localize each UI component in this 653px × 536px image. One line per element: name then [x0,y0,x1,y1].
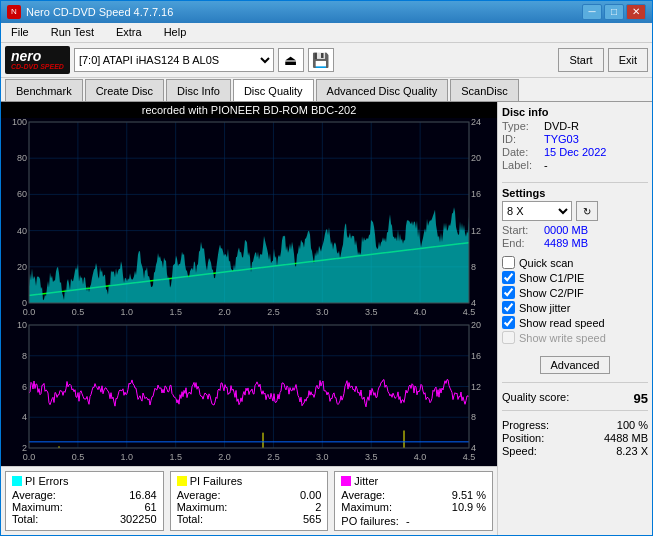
show-jitter-checkbox[interactable] [502,301,515,314]
disc-label-key: Label: [502,159,540,171]
save-icon-button[interactable]: 💾 [308,48,334,72]
show-c1-pie-checkbox[interactable] [502,271,515,284]
disc-label-val: - [544,159,548,171]
pi-failures-color [177,476,187,486]
pi-failures-total-row: Total: 565 [177,513,322,525]
show-jitter-label: Show jitter [519,302,570,314]
progress-key: Progress: [502,419,549,431]
pi-failures-avg-key: Average: [177,489,221,501]
charts-area: recorded with PIONEER BD-ROM BDC-202 PI … [1,102,497,535]
pi-errors-max-val: 61 [144,501,156,513]
po-failures-label: PO failures: [341,515,398,527]
start-mb-row: Start: 0000 MB [502,224,648,236]
pi-errors-max-key: Maximum: [12,501,63,513]
menu-file[interactable]: File [5,24,35,40]
settings-section: Settings 8 X ↻ Start: 0000 MB End: 4489 … [502,187,648,250]
pi-errors-stat-box: PI Errors Average: 16.84 Maximum: 61 Tot… [5,471,164,531]
pi-errors-avg-key: Average: [12,489,56,501]
pi-errors-max-row: Maximum: 61 [12,501,157,513]
menu-extra[interactable]: Extra [110,24,148,40]
tab-disc-info[interactable]: Disc Info [166,79,231,101]
show-c2-pif-checkbox[interactable] [502,286,515,299]
show-c2-pif-row: Show C2/PIF [502,286,648,299]
speed-val: 8.23 X [616,445,648,457]
position-row: Position: 4488 MB [502,432,648,444]
right-panel: Disc info Type: DVD-R ID: TYG03 Date: 15… [497,102,652,535]
end-mb-row: End: 4489 MB [502,237,648,249]
maximize-button[interactable]: □ [604,4,624,20]
show-c1-pie-label: Show C1/PIE [519,272,584,284]
pi-errors-label: PI Errors [25,475,68,487]
pi-failures-total-key: Total: [177,513,203,525]
toolbar: nero CD-DVD SPEED [7:0] ATAPI iHAS124 B … [1,43,652,79]
quality-score-label: Quality score: [502,391,569,406]
checkboxes-section: Quick scan Show C1/PIE Show C2/PIF Show … [502,256,648,346]
show-write-speed-label: Show write speed [519,332,606,344]
quality-score-row: Quality score: 95 [502,391,648,406]
pi-failures-label: PI Failures [190,475,243,487]
quick-scan-label: Quick scan [519,257,573,269]
jitter-max-row: Maximum: 10.9 % [341,501,486,513]
disc-type-key: Type: [502,120,540,132]
pi-failures-max-val: 2 [315,501,321,513]
disc-type-row: Type: DVD-R [502,120,648,132]
chart-title: recorded with PIONEER BD-ROM BDC-202 [1,102,497,118]
disc-date-val: 15 Dec 2022 [544,146,606,158]
exit-button[interactable]: Exit [608,48,648,72]
start-button[interactable]: Start [558,48,603,72]
eject-icon-button[interactable]: ⏏ [278,48,304,72]
jitter-max-key: Maximum: [341,501,392,513]
pi-failures-avg-row: Average: 0.00 [177,489,322,501]
start-key: Start: [502,224,540,236]
po-failures-row: PO failures: - [341,515,486,527]
show-read-speed-row: Show read speed [502,316,648,329]
close-button[interactable]: ✕ [626,4,646,20]
window-title: Nero CD-DVD Speed 4.7.7.16 [26,6,173,18]
minimize-button[interactable]: ─ [582,4,602,20]
disc-id-row: ID: TYG03 [502,133,648,145]
show-c2-pif-label: Show C2/PIF [519,287,584,299]
pi-errors-total-val: 302250 [120,513,157,525]
pi-failures-header: PI Failures [177,475,322,487]
pi-failures-avg-val: 0.00 [300,489,321,501]
jitter-color [341,476,351,486]
speed-icon-btn[interactable]: ↻ [576,201,598,221]
tab-create-disc[interactable]: Create Disc [85,79,164,101]
title-bar-controls: ─ □ ✕ [582,4,646,20]
bottom-chart [1,321,497,466]
speed-select[interactable]: 8 X [502,201,572,221]
pi-failures-max-row: Maximum: 2 [177,501,322,513]
pi-failures-max-key: Maximum: [177,501,228,513]
end-val: 4489 MB [544,237,588,249]
tab-scan-disc[interactable]: ScanDisc [450,79,518,101]
advanced-button[interactable]: Advanced [540,356,611,374]
tab-benchmark[interactable]: Benchmark [5,79,83,101]
speed-row: 8 X ↻ [502,201,648,221]
jitter-header: Jitter [341,475,486,487]
nero-logo: nero CD-DVD SPEED [5,46,70,74]
quality-score-value: 95 [634,391,648,406]
disc-date-key: Date: [502,146,540,158]
pi-failures-total-val: 565 [303,513,321,525]
quick-scan-checkbox[interactable] [502,256,515,269]
settings-header: Settings [502,187,648,199]
menu-run-test[interactable]: Run Test [45,24,100,40]
jitter-max-val: 10.9 % [452,501,486,513]
divider-2 [502,382,648,383]
menu-help[interactable]: Help [158,24,193,40]
jitter-avg-key: Average: [341,489,385,501]
speed-row-progress: Speed: 8.23 X [502,445,648,457]
quick-scan-row: Quick scan [502,256,648,269]
title-bar: N Nero CD-DVD Speed 4.7.7.16 ─ □ ✕ [1,1,652,23]
pi-errors-avg-val: 16.84 [129,489,157,501]
disc-id-key: ID: [502,133,540,145]
show-write-speed-checkbox[interactable] [502,331,515,344]
show-read-speed-checkbox[interactable] [502,316,515,329]
drive-select[interactable]: [7:0] ATAPI iHAS124 B AL0S [74,48,274,72]
tab-disc-quality[interactable]: Disc Quality [233,79,314,101]
disc-info-header: Disc info [502,106,648,118]
progress-section: Progress: 100 % Position: 4488 MB Speed:… [502,419,648,458]
jitter-label: Jitter [354,475,378,487]
jitter-avg-val: 9.51 % [452,489,486,501]
tab-advanced-disc-quality[interactable]: Advanced Disc Quality [316,79,449,101]
